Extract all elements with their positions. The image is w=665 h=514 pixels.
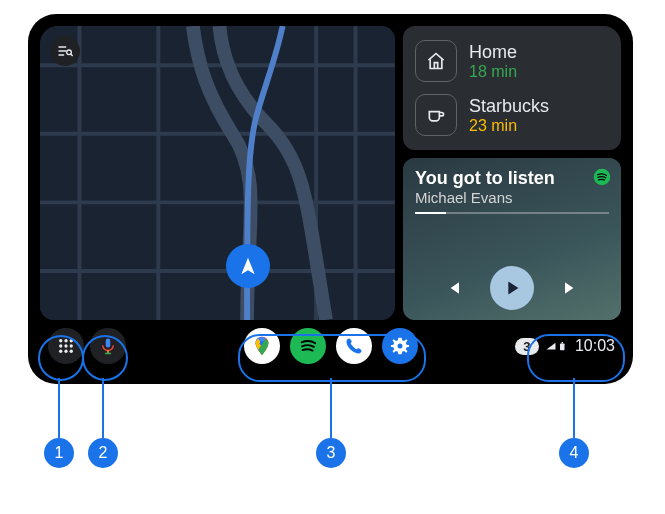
media-controls [403,266,621,310]
destination-name: Starbucks [469,96,549,117]
mic-icon [99,337,117,355]
destinations-card: Home 18 min Starbucks [403,26,621,150]
notification-badge[interactable]: 3 [515,338,539,355]
status-area: 3 10:03 [515,337,615,355]
navigation-bar: 3 10:03 [40,320,621,372]
dock-app-settings[interactable] [382,328,418,364]
media-progress-bar[interactable] [415,212,609,214]
annotation-callout-2: 2 [88,438,118,468]
annotation-callout-4: 4 [559,438,589,468]
home-icon [415,40,457,82]
google-maps-icon [251,335,273,357]
destination-eta: 23 min [469,117,549,135]
nav-arrow-icon [238,256,258,276]
play-button[interactable] [490,266,534,310]
svg-point-13 [64,339,67,342]
next-track-button[interactable] [560,278,580,298]
dock-app-google-maps[interactable] [244,328,280,364]
signal-battery-icons [545,341,569,352]
destination-eta: 18 min [469,63,517,81]
annotation-line [58,378,60,438]
svg-point-18 [59,350,62,353]
phone-icon [344,336,364,356]
annotation-callout-1: 1 [44,438,74,468]
spotify-icon [297,335,319,357]
previous-track-button[interactable] [444,278,464,298]
svg-point-12 [59,339,62,342]
grid-icon [57,337,75,355]
screen: Home 18 min Starbucks [40,26,621,372]
destination-starbucks[interactable]: Starbucks 23 min [411,88,613,142]
clock: 10:03 [575,337,615,355]
svg-point-20 [70,350,73,353]
play-icon [501,277,523,299]
annotation-callout-3: 3 [316,438,346,468]
current-location-marker [226,244,270,288]
dock-app-phone[interactable] [336,328,372,364]
svg-rect-27 [561,342,563,344]
svg-point-15 [59,344,62,347]
annotation-line [330,378,332,438]
media-artist: Michael Evans [415,189,609,206]
dock-app-spotify[interactable] [290,328,326,364]
app-dock [244,328,418,364]
svg-point-17 [70,344,73,347]
svg-rect-21 [106,339,111,348]
map-search-button[interactable] [50,36,80,66]
media-title: You got to listen [415,168,609,189]
device-frame: Home 18 min Starbucks [28,14,633,384]
gear-icon [390,336,410,356]
map-roads [40,26,395,320]
right-pane: Home 18 min Starbucks [403,26,621,320]
cup-icon [415,94,457,136]
voice-assistant-button[interactable] [90,328,126,364]
svg-point-16 [64,344,67,347]
svg-point-19 [64,350,67,353]
annotation-line [102,378,104,438]
map-pane[interactable] [40,26,395,320]
destination-home[interactable]: Home 18 min [411,34,613,88]
svg-point-25 [397,344,402,349]
annotation-line [573,378,575,438]
destination-name: Home [469,42,517,63]
svg-point-14 [70,339,73,342]
svg-line-10 [71,54,73,56]
search-list-icon [57,43,73,59]
app-drawer-button[interactable] [48,328,84,364]
svg-rect-0 [40,26,395,320]
content-area: Home 18 min Starbucks [40,26,621,320]
svg-rect-26 [560,343,565,350]
media-card[interactable]: You got to listen Michael Evans [403,158,621,320]
